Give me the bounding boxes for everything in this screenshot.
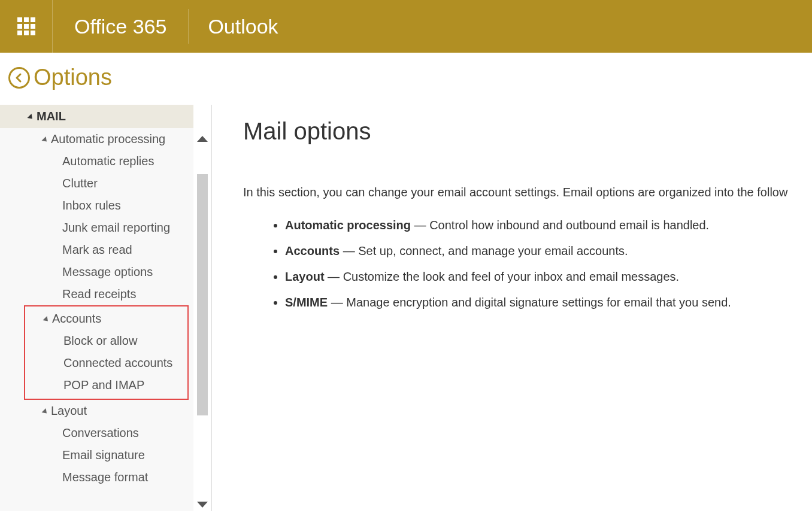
tree-category-mail[interactable]: MAIL — [0, 105, 193, 128]
sidebar: MAIL Automatic processing Automatic repl… — [0, 105, 212, 511]
tree-item-email-signature[interactable]: Email signature — [0, 444, 193, 466]
scroll-down-icon[interactable] — [197, 502, 208, 508]
tree-item-clutter[interactable]: Clutter — [0, 172, 193, 195]
caret-icon — [41, 408, 49, 415]
tree-item-pop-and-imap[interactable]: POP and IMAP — [25, 374, 187, 396]
intro-text: In this section, you can change your ema… — [243, 186, 812, 199]
list-item: S/MIME — Manage encryption and digital s… — [285, 290, 812, 315]
tree-section-layout[interactable]: Layout — [0, 400, 193, 422]
options-title: Options — [34, 65, 112, 90]
tree-section-label: Automatic processing — [51, 132, 165, 146]
list-item: Automatic processing — Control how inbou… — [285, 213, 812, 238]
list-item: Layout — Customize the look and feel of … — [285, 264, 812, 290]
caret-icon — [41, 136, 49, 143]
tree-item-mark-as-read[interactable]: Mark as read — [0, 239, 193, 261]
scroll-up-icon[interactable] — [197, 136, 208, 142]
app-launcher-button[interactable] — [0, 0, 53, 53]
page-title: Mail options — [243, 118, 812, 145]
tree-item-block-or-allow[interactable]: Block or allow — [25, 330, 187, 352]
caret-icon — [27, 113, 34, 120]
tree-item-message-options[interactable]: Message options — [0, 261, 193, 283]
tree-item-junk-email-reporting[interactable]: Junk email reporting — [0, 217, 193, 239]
tree-section-automatic-processing[interactable]: Automatic processing — [0, 128, 193, 150]
app-header: Office 365 Outlook — [0, 0, 812, 53]
sidebar-scrollbar[interactable] — [193, 105, 211, 511]
list-item: Accounts — Set up, connect, and manage y… — [285, 238, 812, 264]
waffle-icon — [17, 17, 35, 35]
tree-item-connected-accounts[interactable]: Connected accounts — [25, 352, 187, 374]
app-name-label[interactable]: Outlook — [189, 15, 297, 38]
brand-label[interactable]: Office 365 — [53, 9, 189, 44]
tree-item-message-format[interactable]: Message format — [0, 466, 193, 488]
tree-item-inbox-rules[interactable]: Inbox rules — [0, 195, 193, 217]
tree-item-read-receipts[interactable]: Read receipts — [0, 283, 193, 305]
main-content: Mail options In this section, you can ch… — [212, 105, 812, 511]
back-to-options-button[interactable]: Options — [0, 53, 812, 105]
back-arrow-icon — [8, 67, 30, 89]
tree-section-accounts[interactable]: Accounts — [25, 308, 187, 330]
tree-section-label: Layout — [51, 404, 87, 418]
options-bullet-list: Automatic processing — Control how inbou… — [243, 213, 812, 315]
tree-item-automatic-replies[interactable]: Automatic replies — [0, 150, 193, 172]
highlight-accounts-section: Accounts Block or allow Connected accoun… — [24, 305, 189, 400]
tree-section-label: Accounts — [52, 312, 101, 326]
scroll-thumb[interactable] — [197, 174, 208, 415]
tree-item-conversations[interactable]: Conversations — [0, 422, 193, 444]
caret-icon — [43, 315, 50, 323]
tree-category-label: MAIL — [37, 110, 66, 123]
